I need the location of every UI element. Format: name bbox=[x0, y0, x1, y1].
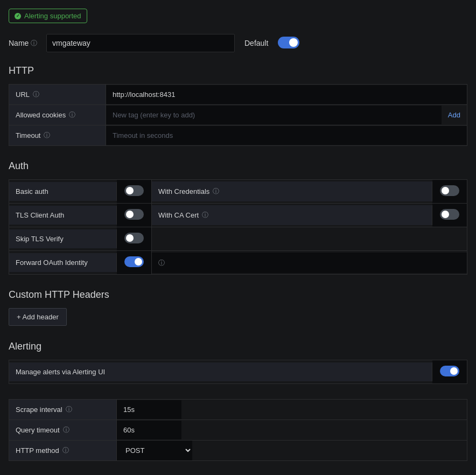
name-label: Name ⓘ bbox=[9, 39, 41, 48]
basic-auth-toggle-cell bbox=[117, 180, 152, 203]
with-ca-cert-toggle-cell bbox=[432, 204, 467, 227]
tls-auth-label: TLS Client Auth bbox=[9, 206, 117, 225]
alerting-badge-label: Alerting supported bbox=[24, 12, 81, 20]
add-cookie-button[interactable]: Add bbox=[442, 106, 467, 124]
alerting-section-title: Alerting bbox=[9, 341, 467, 352]
with-credentials-toggle[interactable] bbox=[440, 185, 459, 196]
check-icon bbox=[15, 13, 21, 19]
url-input[interactable] bbox=[106, 85, 467, 104]
basic-auth-label: Basic auth bbox=[9, 182, 117, 201]
allowed-cookies-label: Allowed cookies ⓘ bbox=[9, 105, 106, 125]
query-timeout-label: Query timeout ⓘ bbox=[9, 420, 117, 440]
name-input[interactable] bbox=[46, 34, 235, 52]
manage-alerts-toggle-cell bbox=[432, 360, 467, 383]
default-toggle[interactable] bbox=[278, 37, 299, 48]
scrape-interval-info-icon[interactable]: ⓘ bbox=[66, 405, 72, 414]
forward-oauth-info-icon[interactable]: ⓘ bbox=[158, 259, 165, 267]
bottom-fields-section: Scrape interval ⓘ Query timeout ⓘ HTTP m… bbox=[9, 399, 467, 461]
url-label: URL ⓘ bbox=[9, 85, 106, 104]
http-method-select[interactable]: GET POST bbox=[117, 441, 192, 460]
with-ca-cert-label: With CA Cert ⓘ bbox=[152, 205, 432, 225]
allowed-cookies-input[interactable] bbox=[106, 106, 442, 124]
query-timeout-info-icon[interactable]: ⓘ bbox=[63, 425, 69, 435]
forward-oauth-label: Forward OAuth Identity bbox=[9, 253, 117, 272]
alerting-section: Alerting Manage alerts via Alerting UI bbox=[9, 341, 467, 384]
with-credentials-toggle-cell bbox=[432, 180, 467, 203]
tls-auth-toggle[interactable] bbox=[124, 209, 144, 220]
custom-http-headers-title: Custom HTTP Headers bbox=[9, 289, 467, 301]
timeout-row: Timeout ⓘ bbox=[9, 125, 467, 146]
forward-oauth-toggle[interactable] bbox=[124, 256, 144, 267]
query-timeout-row: Query timeout ⓘ bbox=[9, 420, 467, 441]
basic-auth-toggle[interactable] bbox=[124, 185, 144, 196]
add-header-button[interactable]: + Add header bbox=[9, 308, 67, 326]
with-credentials-label: With Credentials ⓘ bbox=[152, 181, 432, 201]
skip-tls-row: Skip TLS Verify bbox=[9, 227, 467, 251]
with-ca-cert-toggle[interactable] bbox=[440, 209, 459, 220]
with-ca-cert-info-icon[interactable]: ⓘ bbox=[202, 211, 208, 220]
url-row: URL ⓘ bbox=[9, 84, 467, 105]
name-info-icon[interactable]: ⓘ bbox=[31, 39, 37, 48]
skip-tls-label: Skip TLS Verify bbox=[9, 229, 117, 248]
query-timeout-input[interactable] bbox=[117, 421, 181, 439]
tls-auth-toggle-cell bbox=[117, 204, 152, 227]
skip-tls-toggle[interactable] bbox=[124, 233, 144, 243]
tls-auth-row: TLS Client Auth With CA Cert ⓘ bbox=[9, 203, 467, 227]
timeout-info-icon[interactable]: ⓘ bbox=[44, 131, 50, 140]
http-method-label: HTTP method ⓘ bbox=[9, 441, 117, 460]
allowed-cookies-row: Allowed cookies ⓘ Add bbox=[9, 104, 467, 125]
with-credentials-info-icon[interactable]: ⓘ bbox=[213, 187, 219, 196]
scrape-interval-row: Scrape interval ⓘ bbox=[9, 399, 467, 420]
timeout-input[interactable] bbox=[106, 126, 467, 145]
forward-oauth-row: Forward OAuth Identity ⓘ bbox=[9, 250, 467, 275]
url-info-icon[interactable]: ⓘ bbox=[33, 90, 39, 99]
scrape-interval-label: Scrape interval ⓘ bbox=[9, 400, 117, 420]
manage-alerts-row: Manage alerts via Alerting UI bbox=[9, 360, 467, 384]
custom-http-headers-section: Custom HTTP Headers + Add header bbox=[9, 289, 467, 326]
forward-oauth-toggle-cell bbox=[117, 251, 152, 274]
default-label: Default bbox=[244, 39, 268, 47]
scrape-interval-input[interactable] bbox=[117, 400, 181, 419]
http-section: HTTP URL ⓘ Allowed cookies ⓘ Add Timeout… bbox=[9, 65, 467, 146]
auth-section: Auth Basic auth With Credentials ⓘ TLS C… bbox=[9, 160, 467, 275]
http-method-info-icon[interactable]: ⓘ bbox=[62, 446, 69, 455]
name-row: Name ⓘ Default bbox=[9, 34, 467, 52]
basic-auth-row: Basic auth With Credentials ⓘ bbox=[9, 179, 467, 204]
manage-alerts-label: Manage alerts via Alerting UI bbox=[9, 362, 432, 381]
manage-alerts-toggle[interactable] bbox=[440, 366, 459, 376]
alerting-supported-badge: Alerting supported bbox=[9, 9, 87, 23]
timeout-label: Timeout ⓘ bbox=[9, 125, 106, 145]
http-section-title: HTTP bbox=[9, 65, 467, 76]
http-method-row: HTTP method ⓘ GET POST bbox=[9, 440, 467, 461]
allowed-cookies-info-icon[interactable]: ⓘ bbox=[69, 110, 75, 120]
auth-section-title: Auth bbox=[9, 160, 467, 172]
skip-tls-toggle-cell bbox=[117, 227, 152, 250]
